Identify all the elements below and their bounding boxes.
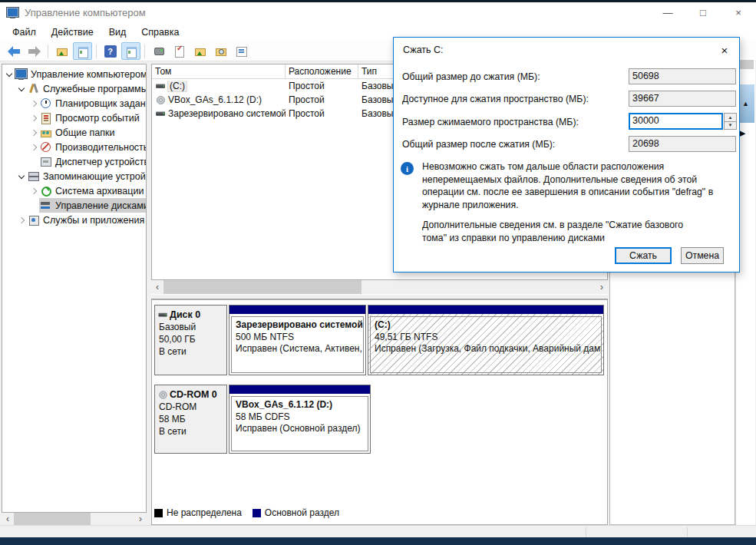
forward-button[interactable]	[25, 42, 44, 60]
scroll-thumb[interactable]	[163, 280, 361, 294]
computer-icon	[15, 68, 27, 80]
scroll-left-icon[interactable]: ‹	[151, 280, 163, 294]
disk0-info-box[interactable]: Диск 0 Базовый 50,00 ГБ В сети	[154, 305, 227, 375]
performance-icon	[40, 141, 51, 153]
properties-button[interactable]	[232, 42, 251, 60]
label-size-after: Общий размер после сжатия (МБ):	[402, 139, 555, 150]
cdrom0-info-box[interactable]: CD-ROM 0 CD-ROM 58 МБ В сети	[154, 385, 227, 454]
up-folder-button[interactable]	[52, 42, 71, 60]
legend-unallocated-label: Не распределена	[167, 507, 242, 518]
disk-graphical-view: Диск 0 Базовый 50,00 ГБ В сети Зарезерви…	[151, 299, 608, 525]
panel-expand-icon[interactable]: ▶	[739, 128, 745, 138]
backup-icon	[40, 185, 51, 197]
partition-vbox-d[interactable]: VBox_GAs_6.1.12 (D:) 58 МБ CDFS Исправен…	[229, 385, 371, 454]
shrink-dialog: Сжать C: × Общий размер до сжатия (МБ): …	[393, 37, 740, 272]
chevron-none	[28, 200, 39, 211]
chevron-collapsed-icon[interactable]	[16, 215, 27, 226]
field-available: 39667	[629, 91, 736, 107]
export-button[interactable]	[190, 42, 210, 60]
spin-up-button[interactable]: ▲	[724, 113, 737, 122]
chevron-collapsed-icon[interactable]	[28, 186, 39, 197]
help-button[interactable]: ?	[101, 42, 120, 60]
chevron-collapsed-icon[interactable]	[28, 127, 39, 138]
menu-file[interactable]: Файл	[5, 25, 44, 40]
menu-help[interactable]: Справка	[134, 25, 187, 40]
chevron-expanded-icon[interactable]	[16, 84, 27, 94]
pane-splitter[interactable]	[151, 294, 608, 299]
column-layout[interactable]: Расположение	[286, 64, 358, 78]
chevron-none	[28, 157, 39, 167]
toolbar-separator	[96, 45, 97, 58]
chevron-expanded-icon[interactable]	[16, 171, 27, 182]
menu-view[interactable]: Вид	[101, 25, 134, 40]
tree-item-device-manager[interactable]: Диспетчер устройств	[2, 154, 146, 169]
tree-item-shared-folders[interactable]: Общие папки	[2, 125, 146, 140]
tree-item-services[interactable]: Службы и приложения	[2, 213, 146, 227]
tree-item-storage[interactable]: Запоминающие устройст	[2, 169, 146, 183]
show-pane-icon	[125, 45, 137, 57]
volume-icon	[156, 81, 166, 91]
tree-item-event-viewer[interactable]: Просмотр событий	[2, 111, 146, 125]
chevron-collapsed-icon[interactable]	[28, 113, 39, 124]
check-mark: ✓	[177, 44, 183, 52]
toolbar-separator	[48, 45, 48, 58]
maximize-button[interactable]: □	[685, 2, 721, 23]
tree-item-computer-management[interactable]: Управление компьютером (л	[2, 67, 146, 81]
partition-system-reserved[interactable]: Зарезервировано системой 500 МБ NTFS Исп…	[229, 305, 366, 375]
list-horizontal-scrollbar[interactable]: ‹ ›	[151, 280, 608, 294]
info-icon: i	[401, 162, 414, 175]
scroll-left-icon[interactable]: ‹	[2, 513, 14, 525]
scroll-thumb[interactable]	[14, 513, 91, 525]
tree-horizontal-scrollbar[interactable]: ‹ ›	[2, 513, 147, 525]
chevron-expanded-icon[interactable]	[4, 69, 15, 80]
cancel-button[interactable]: Отмена	[681, 247, 724, 264]
chevron-collapsed-icon[interactable]	[28, 142, 39, 153]
tree-item-disk-management[interactable]: Управление дисками	[2, 198, 146, 213]
menu-action[interactable]: Действие	[44, 25, 101, 40]
legend-primary-label: Основной раздел	[265, 507, 339, 518]
disk-icon	[159, 310, 168, 319]
up-folder-icon	[56, 45, 68, 57]
tools-icon	[28, 83, 39, 94]
tree-item-performance[interactable]: Производительность	[2, 140, 146, 154]
close-button[interactable]: ×	[721, 2, 756, 23]
dialog-info-text: Невозможно сжать том дальше области расп…	[422, 160, 725, 211]
status-bar	[0, 525, 756, 537]
help-icon: ?	[104, 45, 117, 58]
tree-item-task-scheduler[interactable]: Планировщик заданий	[2, 96, 146, 111]
find-folder-icon	[215, 45, 226, 57]
show-pane-button[interactable]	[121, 42, 140, 60]
find-button[interactable]	[211, 42, 230, 60]
field-shrink-amount[interactable]: 30000	[629, 113, 723, 130]
dialog-close-button[interactable]: ×	[715, 41, 735, 59]
dialog-title: Сжать C:	[403, 45, 444, 55]
chevron-collapsed-icon[interactable]	[28, 98, 39, 109]
tree-item-system-tools[interactable]: Служебные программы	[2, 81, 146, 96]
screen: Управление компьютером — □ × Файл Действ…	[0, 0, 756, 545]
partition-color-bar	[229, 385, 370, 394]
shrink-amount-spinner: ▲ ▼	[724, 113, 737, 130]
window-title: Управление компьютером	[25, 7, 146, 18]
properties-icon	[236, 45, 247, 57]
partition-c-selected[interactable]: (C:) 49,51 ГБ NTFS Исправен (Загрузка, Ф…	[368, 305, 604, 375]
partition-color-bar	[368, 306, 603, 314]
label-size-before: Общий размер до сжатия (МБ):	[402, 71, 540, 82]
scheduler-icon	[40, 97, 51, 109]
minimize-button[interactable]: —	[650, 2, 685, 23]
shrink-button[interactable]: Сжать	[615, 247, 672, 264]
scroll-right-icon[interactable]: ›	[596, 280, 608, 294]
back-button[interactable]	[4, 42, 23, 60]
taskbar-edge	[0, 537, 756, 545]
field-size-after: 20698	[629, 136, 736, 152]
scroll-thumb[interactable]	[738, 60, 754, 69]
scroll-right-icon[interactable]: ›	[134, 513, 147, 525]
check-disk-button[interactable]: ✓	[170, 42, 189, 60]
toolbar-separator	[144, 45, 145, 58]
column-volume[interactable]: Том	[152, 64, 286, 78]
spin-down-button[interactable]: ▼	[724, 122, 737, 130]
tree-item-backup[interactable]: Система архивации да	[2, 183, 146, 198]
legend: Не распределена Основной раздел	[154, 507, 339, 518]
show-tree-button[interactable]	[73, 42, 92, 60]
device-tool-button[interactable]	[149, 42, 168, 60]
app-icon	[7, 7, 18, 18]
